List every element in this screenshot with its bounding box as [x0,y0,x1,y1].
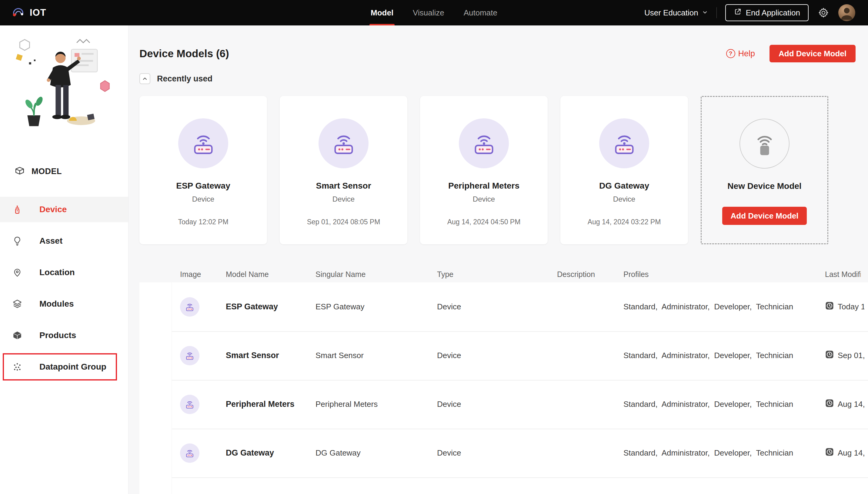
sidebar-item-modules[interactable]: Modules [0,291,128,317]
column-header-profiles: Profiles [623,270,825,279]
sidebar-item-label: Device [39,205,67,214]
cell-singular-name: DG Gateway [315,448,437,458]
brand-name: IOT [30,7,47,18]
cell-model-name: Smart Sensor [226,351,315,360]
card-last-used: Aug 14, 2024 03:22 PM [587,218,661,226]
cell-profiles: Standard, Administrator, Developer, Tech… [623,351,825,360]
column-header-description: Description [557,270,623,279]
top-navigation: Model Visualize Automate [370,0,498,25]
brand: IOT [11,5,47,20]
card-model-type: Device [332,195,355,204]
help-label: Help [738,49,755,58]
column-header-type: Type [437,270,557,279]
column-header-singular-name: Singular Name [315,270,437,279]
sidebar-section-label: MODEL [32,167,62,176]
gear-icon[interactable] [817,6,830,19]
topbar-divider [717,7,717,18]
tab-visualize[interactable]: Visualize [413,0,444,25]
cell-type: Device [437,302,557,311]
table-row-partial[interactable] [140,477,868,494]
table-header: Image Model Name Singular Name Type Desc… [140,266,868,282]
card-model-name: Smart Sensor [316,181,371,191]
new-card-title: New Device Model [727,181,801,191]
recent-device-card-smart-sensor[interactable]: Smart Sensor Device Sep 01, 2024 08:05 P… [280,96,407,244]
cell-model-name: Peripheral Meters [226,400,315,409]
clock-icon [825,399,834,410]
card-model-type: Device [613,195,635,204]
cell-profiles: Standard, Administrator, Developer, Tech… [623,400,825,409]
sidebar-item-asset[interactable]: Asset [0,228,128,254]
topbar-right: User Education End Application [644,4,855,21]
sidebar-item-location[interactable]: Location [0,260,128,285]
card-model-type: Device [192,195,214,204]
sidebar-section-model: MODEL [0,165,128,178]
new-device-icon [740,119,790,169]
main-content: Device Models (6) ? Help Add Device Mode… [128,25,868,494]
card-model-name: Peripheral Meters [448,181,520,191]
card-last-used: Sep 01, 2024 08:05 PM [307,218,380,226]
clock-icon [825,350,834,361]
page-title: Device Models (6) [140,48,229,60]
column-header-last-modified: Last Modified [825,270,861,279]
cell-type: Device [437,400,557,409]
cell-model-name: DG Gateway [226,448,315,458]
location-pin-icon [12,267,22,278]
help-link[interactable]: ? Help [726,49,755,58]
card-model-name: DG Gateway [599,181,649,191]
recently-used-section-header: Recently used [140,73,868,85]
recent-device-card-esp-gateway[interactable]: ESP Gateway Device Today 12:02 PM [140,96,267,244]
cell-singular-name: ESP Gateway [315,302,437,311]
chevron-up-icon [142,76,148,82]
cell-profiles: Standard, Administrator, Developer, Tech… [623,302,825,311]
router-icon [180,346,199,365]
end-application-label: End Application [746,8,800,18]
page-header: Device Models (6) ? Help Add Device Mode… [140,45,855,62]
model-cube-icon [15,166,25,177]
card-last-used: Aug 14, 2024 04:50 PM [447,218,521,226]
table-row-esp-gateway[interactable]: ESP Gateway ESP Gateway Device Standard,… [140,282,868,331]
router-icon [599,118,649,168]
sidebar-item-device[interactable]: Device [0,197,128,222]
device-icon [12,204,22,215]
collapse-recently-used-button[interactable] [140,73,150,84]
router-icon [180,395,199,414]
end-application-button[interactable]: End Application [725,4,809,21]
topbar: IOT Model Visualize Automate User Educat… [0,0,868,25]
datapoint-cluster-icon [12,362,22,372]
package-box-icon [12,330,22,341]
portal-label: User Education [644,8,698,18]
recent-device-card-peripheral-meters[interactable]: Peripheral Meters Device Aug 14, 2024 04… [420,96,548,244]
table-row-dg-gateway[interactable]: DG Gateway DG Gateway Device Standard, A… [140,429,868,477]
tab-automate[interactable]: Automate [464,0,498,25]
router-icon [459,118,509,168]
recently-used-cards: ESP Gateway Device Today 12:02 PM Smart … [140,96,868,244]
sidebar-item-datapoint-group[interactable]: Datapoint Group [0,354,128,380]
new-device-model-card[interactable]: New Device Model Add Device Model [701,96,828,244]
layers-icon [12,299,22,309]
add-device-model-button[interactable]: Add Device Model [770,45,855,62]
iot-logo-icon [11,5,25,20]
cell-type: Device [437,351,557,360]
sidebar-item-products[interactable]: Products [0,323,128,348]
sidebar: MODEL Device Asset [0,25,128,494]
tab-model[interactable]: Model [370,0,393,25]
sidebar-item-label: Products [39,330,76,340]
card-add-device-model-button[interactable]: Add Device Model [722,207,807,225]
clock-icon [825,448,834,459]
user-avatar[interactable] [838,4,855,21]
sidebar-item-label: Asset [39,236,62,246]
portal-selector[interactable]: User Education [644,8,708,18]
router-icon [180,443,199,463]
card-model-type: Device [473,195,495,204]
device-models-table: Image Model Name Singular Name Type Desc… [140,266,868,494]
chevron-down-icon [702,8,708,18]
table-row-smart-sensor[interactable]: Smart Sensor Smart Sensor Device Standar… [140,331,868,380]
router-icon [319,118,368,168]
cell-last-modified: Aug 14, 2024 03:22 PM [838,448,864,458]
recently-used-label: Recently used [157,74,213,83]
recent-device-card-dg-gateway[interactable]: DG Gateway Device Aug 14, 2024 03:22 PM [560,96,688,244]
table-row-peripheral-meters[interactable]: Peripheral Meters Peripheral Meters Devi… [140,380,868,429]
cell-last-modified: Aug 14, 2024 04:50 PM [838,400,864,409]
sidebar-item-label: Modules [39,299,74,309]
sidebar-illustration [13,35,116,134]
